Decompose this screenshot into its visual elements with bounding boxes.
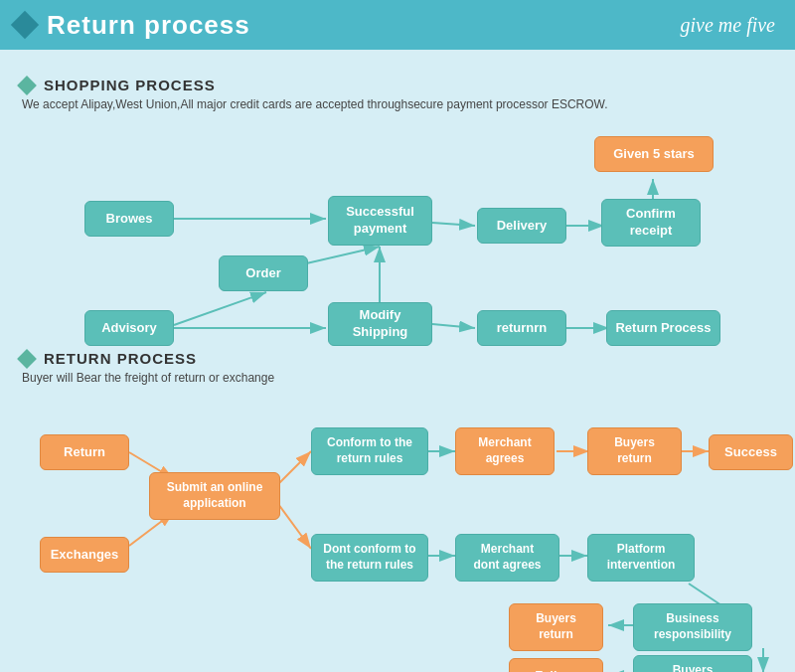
success-box: Success xyxy=(709,434,793,470)
delivery-box: Delivery xyxy=(477,208,566,244)
return-section-header: RETURN PROCESS xyxy=(20,350,775,367)
failure-box: Failure xyxy=(509,658,603,672)
svg-line-17 xyxy=(278,504,311,549)
browes-box: Browes xyxy=(84,201,174,237)
svg-line-4 xyxy=(174,292,266,325)
order-box: Order xyxy=(219,255,308,291)
return-process-box: Return Process xyxy=(606,310,720,346)
return-desc: Buyer will Bear the freight of return or… xyxy=(22,371,775,385)
return-box: Return xyxy=(40,434,129,470)
modify-shipping-box: ModifyShipping xyxy=(328,302,432,346)
merchant-agrees-box: Merchantagrees xyxy=(455,427,555,475)
confirm-receipt-box: Confirmreceipt xyxy=(601,199,701,247)
successful-payment-box: Successfulpayment xyxy=(328,196,432,246)
return-section-title: RETURN PROCESS xyxy=(44,350,197,367)
conform-return-box: Conform to thereturn rules xyxy=(311,427,428,475)
submit-online-box: Submit an onlineapplication xyxy=(149,472,280,520)
svg-line-16 xyxy=(278,451,311,484)
buyers-return-2-box: Buyersreturn xyxy=(509,603,603,651)
merchant-dont-box: Merchantdont agrees xyxy=(455,534,559,582)
shopping-diagram: Browes Order Advisory ModifyShipping Suc… xyxy=(20,121,775,350)
header-diamond-icon xyxy=(11,11,39,39)
advisory-box: Advisory xyxy=(84,310,174,346)
dont-conform-box: Dont conform tothe return rules xyxy=(311,534,428,582)
page-content: SHOPPING PROCESS We accept Alipay,West U… xyxy=(0,50,795,672)
buyers-responsibility-box: Buyersresponsibility xyxy=(633,655,752,672)
svg-line-6 xyxy=(432,223,475,226)
shopping-diamond-icon xyxy=(17,76,37,95)
returnrn-box: returnrn xyxy=(477,310,566,346)
given-5-stars-box: Given 5 stars xyxy=(594,136,714,172)
header: Return process give me five xyxy=(0,0,795,50)
svg-line-9 xyxy=(432,324,475,328)
exchanges-box: Exchanges xyxy=(40,537,129,573)
return-diamond-icon xyxy=(17,349,37,369)
shopping-section-header: SHOPPING PROCESS xyxy=(20,77,775,93)
platform-intervention-box: Platformintervention xyxy=(587,534,695,582)
business-responsibility-box: Businessresponsibility xyxy=(633,603,752,651)
header-logo: give me five xyxy=(681,14,776,37)
return-diagram: Return Exchanges Submit an onlineapplica… xyxy=(20,395,775,672)
shopping-desc: We accept Alipay,West Union,All major cr… xyxy=(22,97,775,111)
shopping-section-title: SHOPPING PROCESS xyxy=(44,77,216,93)
header-title: Return process xyxy=(47,10,250,41)
buyers-return-1-box: Buyersreturn xyxy=(587,427,682,475)
